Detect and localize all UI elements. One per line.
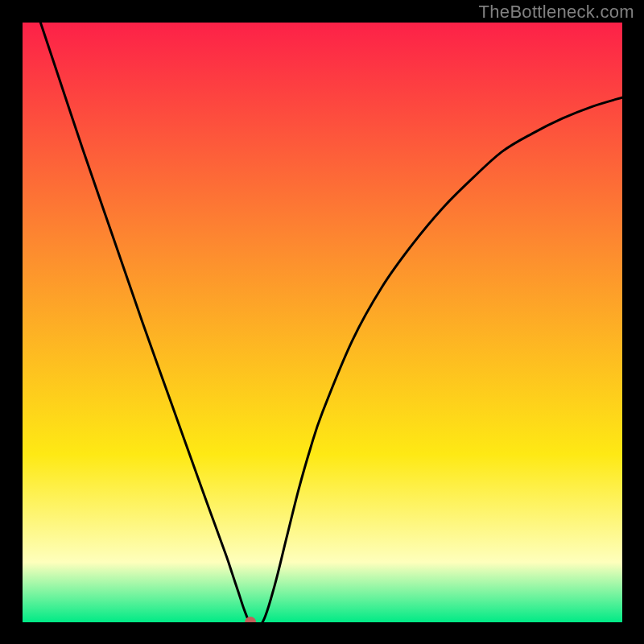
chart-background bbox=[23, 23, 622, 622]
chart-area bbox=[23, 23, 622, 622]
chart-svg bbox=[23, 23, 622, 622]
watermark-text: TheBottleneck.com bbox=[479, 2, 634, 23]
chart-frame: TheBottleneck.com bbox=[0, 0, 644, 644]
